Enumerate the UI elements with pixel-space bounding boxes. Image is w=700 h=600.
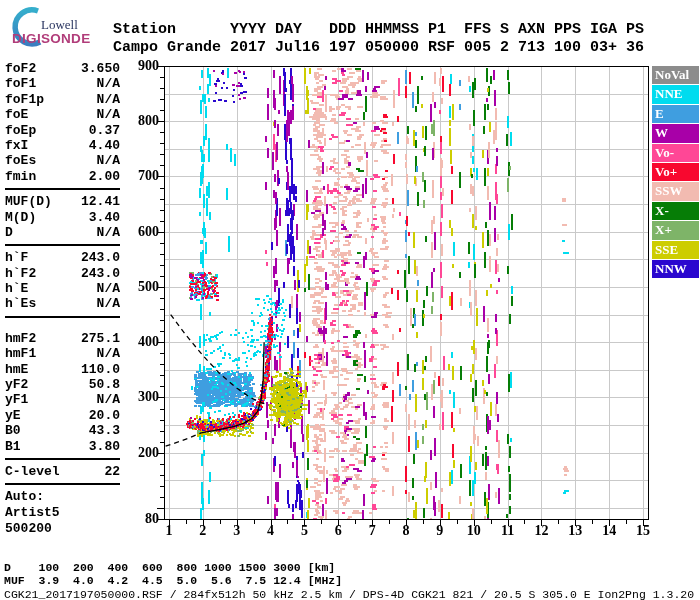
param-row: h`EN/A (5, 281, 120, 296)
param-value: 0.37 (89, 123, 120, 138)
param-row: hmF1N/A (5, 346, 120, 361)
param-label: h`E (5, 281, 28, 296)
param-row: MUF(D)12.41 (5, 194, 120, 209)
param-label: foEp (5, 123, 36, 138)
param-value: 3.40 (89, 210, 120, 225)
param-label: M(D) (5, 210, 36, 225)
param-label: h`Es (5, 296, 36, 311)
x-tick-label: 4 (258, 523, 284, 539)
legend-item-e: E (652, 105, 699, 123)
legend-item-sse: SSE (652, 241, 699, 259)
param-value: 12.41 (81, 194, 120, 209)
param-value: 3.650 (81, 61, 120, 76)
param-separator (5, 244, 120, 246)
legend-item-w: W (652, 124, 699, 142)
y-tick-label: 300 (117, 389, 159, 405)
param-row: DN/A (5, 225, 120, 240)
legend-item-vo: Vo- (652, 144, 699, 162)
legend-item-x: X+ (652, 221, 699, 239)
y-tick-label: 200 (117, 445, 159, 461)
legend-item-vo: Vo+ (652, 163, 699, 181)
param-value: N/A (97, 76, 120, 91)
param-label: fmin (5, 169, 36, 184)
param-row: foEsN/A (5, 153, 120, 168)
param-label: yF1 (5, 392, 28, 407)
param-row: M(D)3.40 (5, 210, 120, 225)
param-row: C-level22 (5, 464, 120, 479)
param-value: 110.0 (81, 362, 120, 377)
param-row: hmE110.0 (5, 362, 120, 377)
param-value: 243.0 (81, 250, 120, 265)
y-tick-label: 400 (117, 334, 159, 350)
param-label: yE (5, 408, 21, 423)
ionogram-screen: { "logo": {"lowell": "Lowell", "digisond… (0, 0, 700, 600)
param-text: 500200 (5, 521, 120, 537)
param-row: B043.3 (5, 423, 120, 438)
param-value: 3.80 (89, 439, 120, 454)
muf-scale-row: MUF 3.9 4.0 4.2 4.5 5.0 5.6 7.5 12.4 [MH… (4, 574, 342, 587)
param-label: h`F2 (5, 266, 36, 281)
param-label: yF2 (5, 377, 28, 392)
param-value: 2.00 (89, 169, 120, 184)
param-value: 275.1 (81, 331, 120, 346)
param-row: foF23.650 (5, 61, 120, 76)
param-row: foF1pN/A (5, 92, 120, 107)
x-tick-label: 11 (495, 523, 521, 539)
digisonde-logo: Lowell DIGISONDE (2, 2, 112, 54)
param-row: foF1N/A (5, 76, 120, 91)
param-row: fxI4.40 (5, 138, 120, 153)
legend-item-ssw: SSW (652, 182, 699, 200)
param-separator (5, 316, 120, 318)
param-label: C-level (5, 464, 60, 479)
y-tick-label: 80 (117, 511, 159, 527)
param-label: foF1 (5, 76, 36, 91)
param-row: fmin2.00 (5, 169, 120, 184)
param-value: 4.40 (89, 138, 120, 153)
param-row: hmF2275.1 (5, 331, 120, 346)
legend-item-noval: NoVal (652, 66, 699, 84)
param-row: B13.80 (5, 439, 120, 454)
param-label: foEs (5, 153, 36, 168)
legend-item-nnw: NNW (652, 260, 699, 278)
y-tick-label: 700 (117, 168, 159, 184)
header-field-values: Campo Grande 2017 Jul16 197 050000 RSF 0… (113, 39, 644, 56)
param-value: 20.0 (89, 408, 120, 423)
param-label: fxI (5, 138, 28, 153)
param-value: N/A (97, 153, 120, 168)
param-label: B0 (5, 423, 21, 438)
param-row: h`EsN/A (5, 296, 120, 311)
param-label: hmE (5, 362, 28, 377)
param-value: N/A (97, 296, 120, 311)
param-value: 50.8 (89, 377, 120, 392)
x-tick-label: 6 (325, 523, 351, 539)
param-row: foEp0.37 (5, 123, 120, 138)
legend-item-x: X- (652, 202, 699, 220)
param-label: D (5, 225, 13, 240)
y-tick-label: 600 (117, 224, 159, 240)
x-tick-label: 10 (461, 523, 487, 539)
param-label: hmF1 (5, 346, 36, 361)
param-value: 243.0 (81, 266, 120, 281)
param-label: MUF(D) (5, 194, 52, 209)
logo-digisonde-text: DIGISONDE (12, 31, 90, 46)
x-tick-label: 14 (596, 523, 622, 539)
param-value: 43.3 (89, 423, 120, 438)
file-info-row: CGK21_2017197050000.RSF / 284fx512h 50 k… (4, 588, 694, 600)
x-tick-label: 5 (291, 523, 317, 539)
param-label: foF1p (5, 92, 44, 107)
distance-scale-row: D 100 200 400 600 800 1000 1500 3000 [km… (4, 561, 335, 574)
param-label: hmF2 (5, 331, 36, 346)
param-label: h`F (5, 250, 28, 265)
param-text: Artist5 (5, 505, 120, 521)
y-tick-label: 500 (117, 279, 159, 295)
param-separator (5, 188, 120, 190)
param-separator (5, 483, 120, 485)
x-tick-label: 12 (528, 523, 554, 539)
param-label: foF2 (5, 61, 36, 76)
param-label: B1 (5, 439, 21, 454)
parameter-panel: foF23.650foF1N/AfoF1pN/AfoEN/AfoEp0.37fx… (5, 61, 120, 537)
x-tick-label: 3 (224, 523, 250, 539)
x-tick-label: 15 (630, 523, 656, 539)
x-tick-label: 13 (562, 523, 588, 539)
header-field-names: Station YYYY DAY DDD HHMMSS P1 FFS S AXN… (113, 21, 644, 38)
